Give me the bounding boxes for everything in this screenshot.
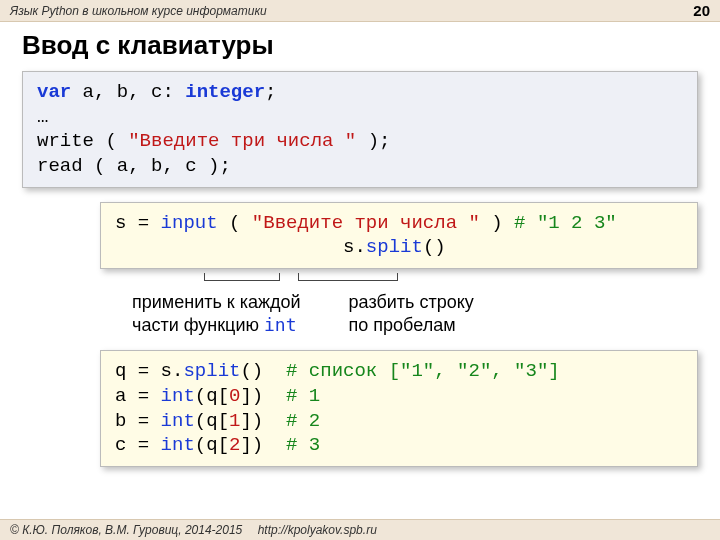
- fn-input: input: [161, 212, 218, 234]
- content-area: var a, b, c: integer; … write ( "Введите…: [0, 71, 720, 467]
- header-strip: Язык Python в школьном курсе информатики…: [0, 0, 720, 22]
- callout-split: разбить строку по пробелам: [349, 291, 474, 336]
- header-course: Язык Python в школьном курсе информатики: [10, 4, 267, 18]
- pascal-code-box: var a, b, c: integer; … write ( "Введите…: [22, 71, 698, 188]
- page-number: 20: [693, 2, 710, 19]
- footer-strip: © К.Ю. Поляков, В.М. Гуровиц, 2014-2015 …: [0, 519, 720, 540]
- bracket-left: [204, 273, 280, 281]
- bracket-right: [298, 273, 398, 281]
- callouts: применить к каждой части функцию int раз…: [132, 291, 698, 336]
- pascal-kw-var: var: [37, 81, 71, 103]
- footer-url: http://kpolyakov.spb.ru: [258, 523, 377, 537]
- python-split-box: q = s.split() # список ["1", "2", "3"] a…: [100, 350, 698, 467]
- pascal-kw-integer: integer: [185, 81, 265, 103]
- page-title: Ввод с клавиатуры: [0, 22, 720, 71]
- fn-split: split: [366, 236, 423, 258]
- callout-int: применить к каждой части функцию int: [132, 291, 301, 336]
- bracket-row: [22, 273, 698, 287]
- python-input-box: s = input ( "Введите три числа " ) # "1 …: [100, 202, 698, 269]
- footer-copyright: © К.Ю. Поляков, В.М. Гуровиц, 2014-2015: [10, 523, 242, 537]
